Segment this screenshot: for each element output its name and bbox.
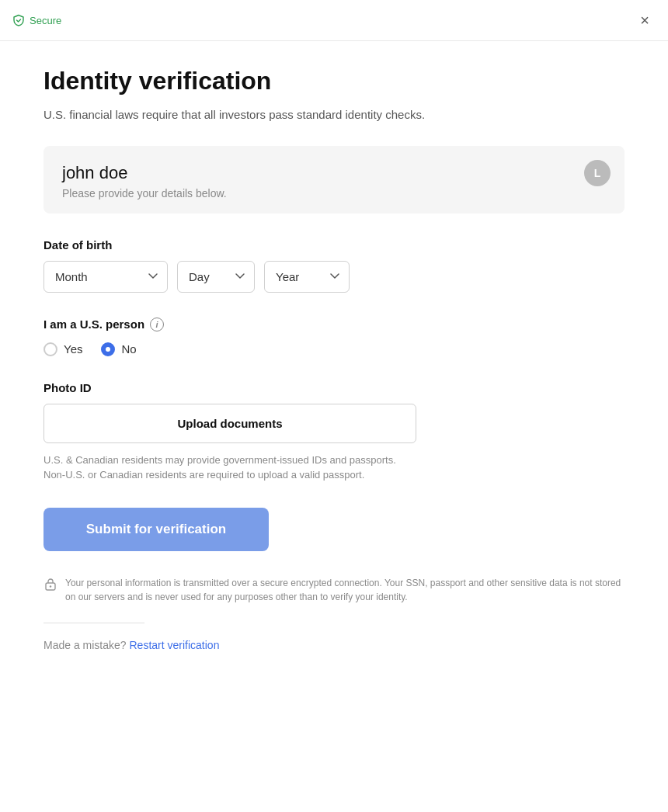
secure-badge: Secure <box>12 14 61 26</box>
page-subtitle: U.S. financial laws require that all inv… <box>43 106 587 124</box>
no-label: No <box>121 342 136 356</box>
security-notice: Your personal information is transmitted… <box>43 576 625 604</box>
yes-radio[interactable] <box>43 342 57 356</box>
radio-group: Yes No <box>43 342 625 356</box>
user-name: john doe <box>62 163 606 183</box>
submit-button[interactable]: Submit for verification <box>43 508 269 551</box>
top-bar: Secure × <box>0 0 668 41</box>
avatar: L <box>584 160 611 186</box>
day-select[interactable]: Day 12345 678910 1112131415 1617181920 2… <box>177 261 255 293</box>
upload-hint: U.S. & Canadian residents may provide go… <box>43 453 416 483</box>
secure-label: Secure <box>30 15 61 26</box>
security-text: Your personal information is transmitted… <box>65 576 625 604</box>
user-card: L john doe Please provide your details b… <box>43 146 625 213</box>
footer: Made a mistake? Restart verification <box>43 639 625 651</box>
close-button[interactable]: × <box>637 11 652 29</box>
dob-dropdowns: Month January February March April May J… <box>43 261 625 293</box>
us-person-section: I am a U.S. person i Yes No <box>43 318 625 356</box>
mistake-text: Made a mistake? <box>43 639 127 651</box>
no-option[interactable]: No <box>101 342 136 356</box>
restart-link[interactable]: Restart verification <box>130 639 220 651</box>
svg-point-1 <box>50 585 51 587</box>
info-icon[interactable]: i <box>150 318 164 331</box>
yes-option[interactable]: Yes <box>43 342 82 356</box>
year-select[interactable]: Year 20062005200420032002200120001999199… <box>264 261 350 293</box>
shield-icon <box>12 14 25 26</box>
page-title: Identity verification <box>43 66 625 95</box>
main-content: Identity verification U.S. financial law… <box>0 41 668 682</box>
month-select[interactable]: Month January February March April May J… <box>43 261 168 293</box>
no-radio[interactable] <box>101 342 115 356</box>
upload-documents-button[interactable]: Upload documents <box>43 404 416 443</box>
dob-label: Date of birth <box>43 238 625 252</box>
photo-id-section: Photo ID Upload documents U.S. & Canadia… <box>43 381 625 483</box>
photo-id-label: Photo ID <box>43 381 625 394</box>
yes-label: Yes <box>64 342 82 356</box>
us-person-label: I am a U.S. person i <box>43 318 625 331</box>
lock-icon <box>43 577 57 591</box>
divider <box>43 623 144 623</box>
user-hint: Please provide your details below. <box>62 187 606 200</box>
dob-section: Date of birth Month January February Mar… <box>43 238 625 293</box>
